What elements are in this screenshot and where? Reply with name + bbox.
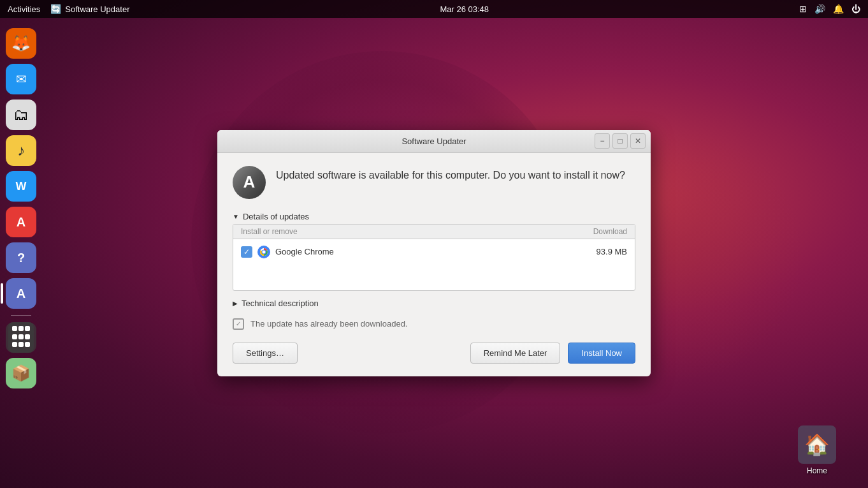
chrome-checkbox[interactable]	[241, 246, 252, 258]
dialog-buttons: Settings… Remind Me Later Install Now	[233, 343, 635, 364]
details-toggle[interactable]: ▼ Details of updates	[233, 212, 635, 221]
software-updater-dialog: Software Updater − □ ✕ A Updated softwar…	[217, 130, 651, 376]
downloaded-check-icon: ✓	[233, 318, 244, 330]
header-install: Install or remove	[241, 227, 593, 236]
topbar-appname: 🔄 Software Updater	[50, 4, 129, 14]
dialog-message: Updated software is available for this c…	[276, 166, 625, 182]
network-icon[interactable]: ⊞	[799, 4, 807, 14]
header-download: Download	[593, 227, 627, 236]
updater-icon-letter: A	[243, 172, 256, 192]
svg-point-3	[263, 250, 266, 253]
remind-later-button[interactable]: Remind Me Later	[470, 343, 561, 364]
downloaded-notice: ✓ The update has already been downloaded…	[233, 318, 635, 330]
dialog-content: A Updated software is available for this…	[217, 153, 651, 376]
details-table: Install or remove Download	[233, 224, 635, 291]
volume-icon[interactable]: 🔊	[814, 4, 825, 14]
maximize-button[interactable]: □	[612, 133, 628, 149]
topbar-datetime: Mar 26 03:48	[440, 4, 489, 14]
power-icon[interactable]: ⏻	[851, 4, 860, 14]
dialog-titlebar: Software Updater − □ ✕	[217, 130, 651, 153]
topbar-app-label: Software Updater	[65, 4, 129, 14]
dialog-title: Software Updater	[401, 137, 466, 146]
desktop: Activities 🔄 Software Updater Mar 26 03:…	[0, 0, 868, 488]
topbar-app-icon: 🔄	[50, 4, 61, 14]
topbar: Activities 🔄 Software Updater Mar 26 03:…	[0, 0, 868, 18]
chrome-svg-icon	[257, 246, 270, 258]
tech-arrow-icon: ▶	[233, 300, 238, 307]
details-table-header: Install or remove Download	[233, 225, 635, 239]
app-name: Google Chrome	[275, 247, 597, 256]
activities-button[interactable]: Activities	[8, 4, 40, 14]
settings-button[interactable]: Settings…	[233, 343, 298, 364]
close-button[interactable]: ✕	[630, 133, 646, 149]
chrome-icon	[257, 246, 270, 258]
bell-icon[interactable]: 🔔	[833, 4, 844, 14]
right-button-group: Remind Me Later Install Now	[470, 343, 635, 364]
details-toggle-label: Details of updates	[243, 212, 309, 221]
dialog-controls: − □ ✕	[595, 133, 646, 149]
details-arrow-icon: ▼	[233, 213, 239, 220]
minimize-button[interactable]: −	[595, 133, 610, 149]
app-size: 93.9 MB	[597, 247, 627, 256]
table-row: Google Chrome 93.9 MB	[233, 242, 635, 262]
dialog-header: A Updated software is available for this…	[233, 166, 635, 199]
details-section: ▼ Details of updates Install or remove D…	[233, 212, 635, 291]
install-now-button[interactable]: Install Now	[568, 343, 635, 364]
details-table-body: Google Chrome 93.9 MB	[233, 239, 635, 290]
technical-description-toggle[interactable]: ▶ Technical description	[233, 299, 635, 308]
downloaded-text: The update has already been downloaded.	[250, 319, 407, 329]
dialog-overlay: Software Updater − □ ✕ A Updated softwar…	[0, 18, 868, 488]
updater-app-icon: A	[233, 166, 266, 199]
tech-desc-label: Technical description	[242, 299, 319, 308]
